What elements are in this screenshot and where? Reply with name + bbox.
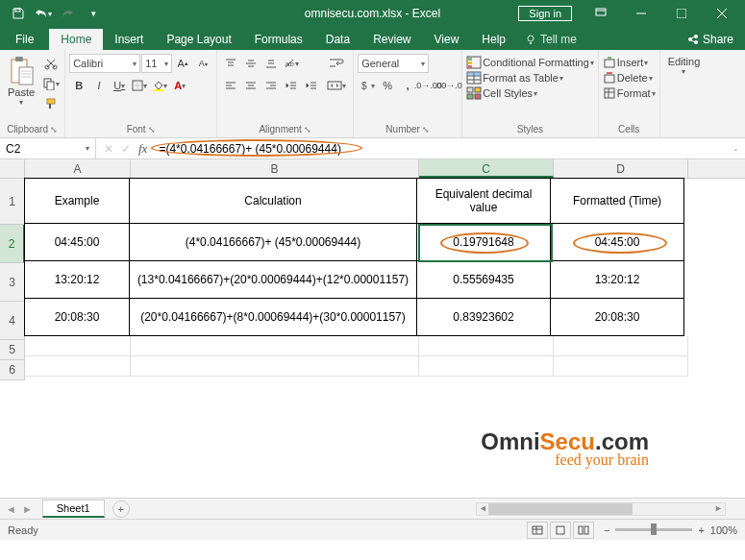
row-header-4[interactable]: 4 [0, 302, 25, 340]
cell-d5[interactable] [554, 336, 688, 356]
scroll-left-icon[interactable]: ◄ [479, 503, 487, 513]
row-header-6[interactable]: 6 [0, 360, 25, 380]
align-bottom-button[interactable] [261, 54, 281, 73]
borders-button[interactable]: ▾ [130, 76, 149, 95]
cell-a4[interactable]: 20:08:30 [24, 298, 130, 336]
col-header-c[interactable]: C [419, 159, 554, 178]
cell-b5[interactable] [131, 336, 419, 356]
insert-cells-button[interactable]: Insert▾ [603, 56, 656, 69]
zoom-slider[interactable] [615, 528, 692, 531]
accounting-format-button[interactable]: $▾ [358, 76, 377, 95]
cell-a5[interactable] [25, 336, 131, 356]
font-size-combo[interactable]: 11▾ [141, 54, 172, 73]
cell-a6[interactable] [25, 356, 131, 377]
tab-insert[interactable]: Insert [103, 29, 155, 50]
share-button[interactable]: Share [676, 29, 745, 50]
editing-button[interactable]: Editing ▾ [664, 54, 705, 78]
font-launcher-icon[interactable]: ⤡ [148, 125, 156, 134]
decrease-font-button[interactable]: A▾ [193, 54, 212, 73]
col-header-a[interactable]: A [25, 159, 131, 178]
cancel-formula-icon[interactable]: ✕ [104, 142, 113, 156]
underline-button[interactable]: U▾ [110, 76, 129, 95]
enter-formula-icon[interactable]: ✓ [121, 142, 131, 156]
number-format-combo[interactable]: General▾ [358, 54, 429, 73]
minimize-icon[interactable] [622, 0, 660, 27]
cell-d6[interactable] [554, 356, 688, 377]
page-break-view-button[interactable] [573, 522, 594, 539]
percent-button[interactable]: % [378, 76, 397, 95]
zoom-out-button[interactable]: − [604, 524, 609, 536]
zoom-thumb[interactable] [651, 523, 657, 535]
tab-view[interactable]: View [423, 29, 471, 50]
cell-c4[interactable]: 0.83923602 [416, 298, 551, 336]
tab-formulas[interactable]: Formulas [243, 29, 314, 50]
conditional-formatting-button[interactable]: Conditional Formatting▾ [466, 56, 594, 69]
row-header-3[interactable]: 3 [0, 263, 25, 302]
align-right-button[interactable] [261, 76, 281, 95]
fx-icon[interactable]: fx [138, 141, 147, 157]
cell-b4[interactable]: (20*0.04166667)+(8*0.00069444)+(30*0.000… [129, 298, 417, 336]
wrap-text-button[interactable] [324, 54, 349, 73]
scroll-thumb[interactable] [488, 503, 633, 515]
save-icon[interactable] [8, 3, 29, 24]
clipboard-launcher-icon[interactable]: ⤡ [50, 125, 58, 134]
row-header-1[interactable]: 1 [0, 179, 25, 225]
bold-button[interactable]: B [69, 76, 88, 95]
cells-grid[interactable]: Example Calculation Equivalent decimal v… [25, 179, 688, 380]
cell-c6[interactable] [419, 356, 554, 377]
select-all-button[interactable] [0, 159, 25, 178]
number-launcher-icon[interactable]: ⤡ [422, 125, 430, 134]
decrease-indent-button[interactable] [282, 76, 301, 95]
italic-button[interactable]: I [89, 76, 109, 95]
fill-color-button[interactable]: ▾ [150, 76, 169, 95]
col-header-d[interactable]: D [554, 159, 688, 178]
decrease-decimal-button[interactable]: .00→.0 [438, 76, 458, 95]
orientation-button[interactable]: ab▾ [282, 54, 301, 73]
align-middle-button[interactable] [241, 54, 261, 73]
tell-me-search[interactable]: Tell me [517, 29, 584, 50]
formula-input[interactable]: =(4*0.04166667)+ (45*0.00069444) [155, 138, 727, 158]
zoom-in-button[interactable]: + [698, 524, 704, 536]
font-name-combo[interactable]: Calibri▾ [69, 54, 140, 73]
sheet-tab-1[interactable]: Sheet1 [42, 499, 105, 518]
col-header-b[interactable]: B [131, 159, 419, 178]
sign-in-button[interactable]: Sign in [518, 6, 572, 21]
format-painter-button[interactable] [41, 94, 61, 113]
cell-b6[interactable] [131, 356, 419, 377]
cell-d1[interactable]: Formatted (Time) [550, 178, 684, 224]
paste-button[interactable]: Paste ▾ [4, 54, 38, 109]
row-header-2[interactable]: 2 [0, 225, 25, 263]
maximize-icon[interactable] [662, 0, 701, 27]
cell-d3[interactable]: 13:20:12 [550, 260, 684, 299]
qat-customize-icon[interactable]: ▾ [83, 3, 104, 24]
format-as-table-button[interactable]: Format as Table▾ [466, 71, 594, 85]
row-header-5[interactable]: 5 [0, 340, 25, 360]
add-sheet-button[interactable]: + [112, 500, 130, 518]
zoom-level[interactable]: 100% [710, 524, 737, 536]
tab-home[interactable]: Home [49, 29, 103, 50]
cell-b2[interactable]: (4*0.04166667)+ (45*0.00069444) [129, 223, 417, 261]
cell-c1[interactable]: Equivalent decimal value [416, 178, 551, 224]
name-box[interactable]: C2 ▾ [0, 138, 96, 158]
increase-font-button[interactable]: A▴ [173, 54, 192, 73]
expand-formula-bar-icon[interactable]: ⌄ [727, 144, 745, 153]
scroll-right-icon[interactable]: ► [714, 503, 723, 513]
tab-help[interactable]: Help [470, 29, 517, 50]
cell-b3[interactable]: (13*0.04166667)+(20*0.00069444)+(12*0.00… [129, 260, 417, 299]
tab-data[interactable]: Data [314, 29, 361, 50]
horizontal-scrollbar[interactable]: ◄ ► [476, 502, 726, 516]
sheet-nav-next-icon[interactable]: ► [22, 503, 33, 515]
cell-a2[interactable]: 04:45:00 [24, 223, 130, 261]
increase-indent-button[interactable] [302, 76, 321, 95]
format-cells-button[interactable]: Format▾ [603, 86, 656, 100]
cell-c2[interactable]: 0.19791648 [416, 223, 551, 261]
cut-button[interactable] [41, 54, 61, 73]
tab-review[interactable]: Review [361, 29, 422, 50]
cell-styles-button[interactable]: Cell Styles▾ [466, 86, 594, 100]
tab-file[interactable]: File [0, 29, 49, 50]
align-left-button[interactable] [221, 76, 240, 95]
align-top-button[interactable] [221, 54, 240, 73]
cell-d2[interactable]: 04:45:00 [550, 223, 684, 261]
cell-c3[interactable]: 0.55569435 [416, 260, 551, 299]
cell-a1[interactable]: Example [24, 178, 130, 224]
